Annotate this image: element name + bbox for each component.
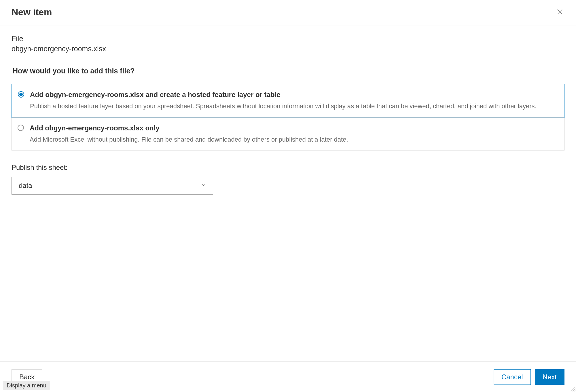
option-add-file-only[interactable]: Add obgyn-emergency-rooms.xlsx only Add … [12,117,564,151]
svg-line-4 [574,390,575,391]
sheet-select-value: data [19,182,32,190]
radio-button-selected[interactable] [18,91,24,98]
close-icon [556,8,563,16]
option-text: Add obgyn-emergency-rooms.xlsx and creat… [30,91,558,111]
option-title: Add obgyn-emergency-rooms.xlsx and creat… [30,91,558,99]
option-title: Add obgyn-emergency-rooms.xlsx only [30,124,558,132]
option-text: Add obgyn-emergency-rooms.xlsx only Add … [30,124,558,144]
status-hint: Display a menu [3,381,50,390]
add-file-options: Add obgyn-emergency-rooms.xlsx and creat… [12,84,564,151]
publish-sheet-section: Publish this sheet: data [12,163,564,195]
close-button[interactable] [555,7,564,17]
footer-right-buttons: Cancel Next [494,369,564,385]
add-file-question: How would you like to add this file? [12,67,564,75]
radio-wrap [18,91,24,98]
radio-wrap [18,125,24,131]
radio-button[interactable] [18,125,24,131]
dialog-footer: Back Cancel Next [0,361,576,392]
option-description: Publish a hosted feature layer based on … [30,102,558,111]
file-label: File [12,35,564,43]
file-name: obgyn-emergency-rooms.xlsx [12,45,564,53]
option-create-hosted-layer[interactable]: Add obgyn-emergency-rooms.xlsx and creat… [12,84,564,118]
cancel-button[interactable]: Cancel [494,369,531,385]
resize-grip-icon[interactable] [569,385,575,391]
option-description: Add Microsoft Excel without publishing. … [30,135,558,144]
page-title: New item [12,7,52,18]
publish-sheet-label: Publish this sheet: [12,163,564,172]
dialog-header: New item [0,0,576,26]
sheet-select-wrap: data [12,177,213,195]
next-button[interactable]: Next [535,369,564,385]
dialog-content: File obgyn-emergency-rooms.xlsx How woul… [0,26,576,195]
sheet-select[interactable]: data [12,177,213,195]
